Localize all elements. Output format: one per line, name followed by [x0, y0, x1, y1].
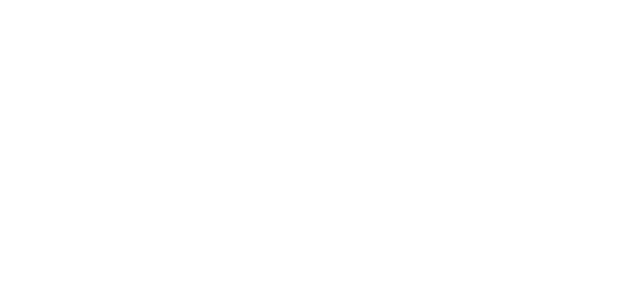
- diagram-canvas: [0, 0, 644, 295]
